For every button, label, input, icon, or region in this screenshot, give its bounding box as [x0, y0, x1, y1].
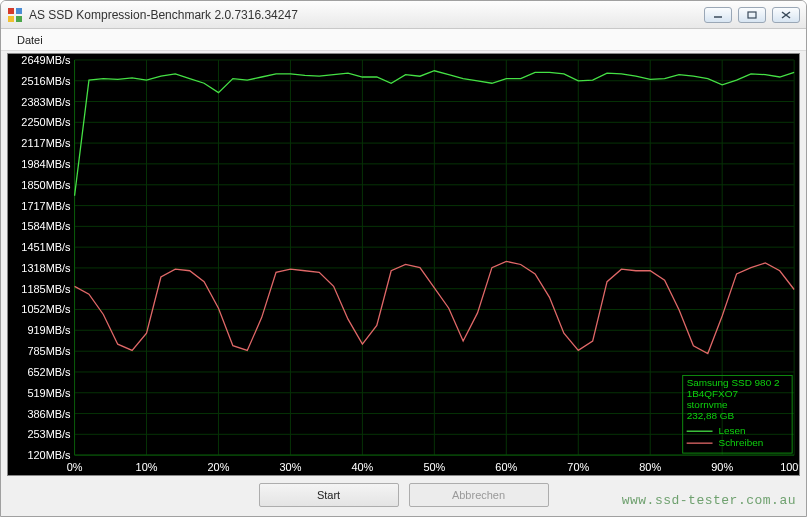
svg-text:1185MB/s: 1185MB/s: [21, 283, 71, 295]
chart-area: 2649MB/s2516MB/s2383MB/s2250MB/s2117MB/s…: [7, 53, 800, 476]
svg-text:60%: 60%: [495, 461, 517, 473]
titlebar: AS SSD Kompression-Benchmark 2.0.7316.34…: [1, 1, 806, 29]
svg-text:232,88 GB: 232,88 GB: [687, 410, 735, 421]
minimize-button[interactable]: [704, 7, 732, 23]
svg-text:253MB/s: 253MB/s: [27, 428, 71, 440]
close-button[interactable]: [772, 7, 800, 23]
svg-text:652MB/s: 652MB/s: [27, 366, 71, 378]
svg-text:120MB/s: 120MB/s: [27, 449, 71, 461]
svg-text:Lesen: Lesen: [719, 425, 746, 436]
start-button[interactable]: Start: [259, 483, 399, 507]
svg-text:80%: 80%: [639, 461, 661, 473]
svg-text:20%: 20%: [208, 461, 230, 473]
cancel-button: Abbrechen: [409, 483, 549, 507]
svg-text:386MB/s: 386MB/s: [27, 408, 71, 420]
svg-text:1717MB/s: 1717MB/s: [21, 200, 71, 212]
svg-text:2383MB/s: 2383MB/s: [21, 96, 71, 108]
svg-text:1318MB/s: 1318MB/s: [21, 262, 71, 274]
app-window: AS SSD Kompression-Benchmark 2.0.7316.34…: [0, 0, 807, 517]
svg-text:1052MB/s: 1052MB/s: [21, 303, 71, 315]
svg-text:100%: 100%: [780, 461, 799, 473]
svg-text:919MB/s: 919MB/s: [27, 324, 71, 336]
svg-text:30%: 30%: [279, 461, 301, 473]
svg-rect-5: [748, 12, 756, 18]
svg-text:Samsung SSD 980 2: Samsung SSD 980 2: [687, 377, 780, 388]
menubar: Datei: [1, 29, 806, 51]
svg-text:40%: 40%: [351, 461, 373, 473]
window-buttons: [704, 7, 800, 23]
watermark: www.ssd-tester.com.au: [622, 493, 796, 508]
app-icon: [7, 7, 23, 23]
svg-text:Schreiben: Schreiben: [719, 437, 764, 448]
svg-text:1984MB/s: 1984MB/s: [21, 158, 71, 170]
menu-datei[interactable]: Datei: [9, 29, 51, 50]
svg-rect-2: [8, 16, 14, 22]
maximize-button[interactable]: [738, 7, 766, 23]
svg-text:stornvme: stornvme: [687, 399, 728, 410]
svg-text:70%: 70%: [567, 461, 589, 473]
window-title: AS SSD Kompression-Benchmark 2.0.7316.34…: [29, 8, 704, 22]
svg-text:2250MB/s: 2250MB/s: [21, 116, 71, 128]
svg-text:90%: 90%: [711, 461, 733, 473]
svg-text:2516MB/s: 2516MB/s: [21, 75, 71, 87]
svg-text:1584MB/s: 1584MB/s: [21, 220, 71, 232]
svg-text:2649MB/s: 2649MB/s: [21, 54, 71, 66]
svg-text:1451MB/s: 1451MB/s: [21, 241, 71, 253]
svg-text:1850MB/s: 1850MB/s: [21, 179, 71, 191]
svg-rect-3: [16, 16, 22, 22]
svg-text:1B4QFXO7: 1B4QFXO7: [687, 388, 739, 399]
svg-text:50%: 50%: [423, 461, 445, 473]
svg-text:0%: 0%: [67, 461, 83, 473]
compression-chart: 2649MB/s2516MB/s2383MB/s2250MB/s2117MB/s…: [8, 54, 799, 475]
svg-rect-0: [8, 8, 14, 14]
svg-text:2117MB/s: 2117MB/s: [21, 137, 71, 149]
svg-text:519MB/s: 519MB/s: [27, 387, 71, 399]
svg-text:10%: 10%: [136, 461, 158, 473]
svg-text:785MB/s: 785MB/s: [27, 345, 71, 357]
svg-rect-1: [16, 8, 22, 14]
